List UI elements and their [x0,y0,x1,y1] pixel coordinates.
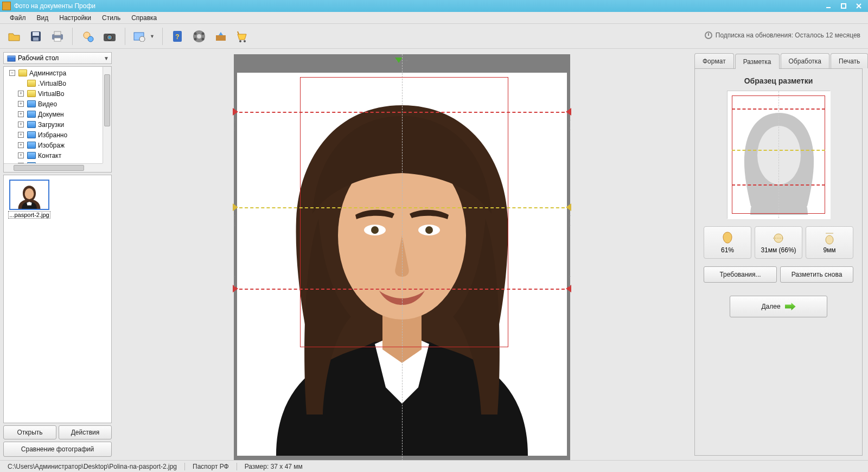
arrow-right-icon [785,303,796,310]
metric-top-margin: 9мм [806,226,853,259]
compare-button[interactable]: Сравнение фотографий [3,442,112,457]
status-preset: Паспорт РФ [185,463,237,470]
shop-button[interactable] [233,27,252,46]
markup-sample [727,91,830,219]
clock-icon [705,31,712,39]
tree-item[interactable]: +VirtualBo [5,88,110,99]
tab-format[interactable]: Формат [694,53,734,68]
menu-file[interactable]: Файл [4,14,31,22]
location-label: Рабочий стол [18,54,59,62]
menu-settings[interactable]: Настройки [54,14,97,22]
maximize-button[interactable] [837,2,851,10]
svg-point-26 [239,40,241,42]
tree-item[interactable]: +Докумен [5,109,110,119]
svg-point-23 [194,37,197,40]
location-combo[interactable]: Рабочий стол ▼ [3,52,112,64]
save-button[interactable] [26,27,46,46]
status-size: Размер: 37 x 47 мм [237,463,310,470]
svg-rect-29 [8,56,15,58]
folder-tree[interactable]: −Администра.VirtualBo+VirtualBo+Видео+До… [3,66,112,173]
svg-rect-6 [33,37,39,41]
tree-item[interactable]: +Контакт [5,150,110,161]
svg-rect-25 [216,35,226,41]
next-button[interactable]: Далее [730,296,827,317]
menubar: Файл Вид Настройки Стиль Справка [0,12,868,24]
tree-item[interactable]: −Администра [5,68,110,78]
status-bar: C:\Users\Администратор\Desktop\Polina-na… [0,460,868,472]
face-detect-button[interactable] [78,27,97,46]
actions-button[interactable]: Действия [59,425,112,439]
tab-process[interactable]: Обработка [781,53,830,68]
svg-point-11 [88,36,93,42]
svg-rect-1 [841,4,846,8]
metric-eye-position: 31мм (66%) [755,226,802,259]
open-folder-button[interactable] [4,27,24,46]
tab-markup[interactable]: Разметка [735,54,780,69]
canvas[interactable]: ←→ ←→ [234,54,570,460]
canvas-area: × ←→ ←→ [115,49,689,460]
close-button[interactable] [852,2,866,10]
app-icon [2,2,11,10]
thumbnail-image [10,181,48,209]
svg-rect-9 [54,38,61,41]
menu-help[interactable]: Справка [126,14,162,22]
tree-item[interactable]: +Избранно [5,130,110,140]
svg-rect-5 [33,32,39,36]
right-panel: Формат Разметка Обработка Печать Образец… [689,49,868,460]
svg-point-16 [139,36,145,42]
sidebar: Рабочий стол ▼ −Администра.VirtualBo+Vir… [0,49,115,460]
requirements-button[interactable]: Требования... [704,266,777,283]
svg-point-14 [108,36,111,39]
menu-view[interactable]: Вид [31,14,54,22]
tabs: Формат Разметка Обработка Печать [694,53,863,68]
sample-title: Образец разметки [744,76,813,85]
tree-item[interactable]: +Изображ [5,140,110,150]
svg-point-20 [197,34,201,39]
print-button[interactable] [48,27,67,46]
menu-style[interactable]: Стиль [97,14,126,22]
tree-item[interactable]: +Загрузки [5,119,110,130]
subscription-status: Подписка на обновления: Осталось 12 меся… [705,31,860,39]
svg-point-31 [25,188,34,199]
remark-button[interactable]: Разметить снова [780,266,853,283]
help-button[interactable]: ? [168,27,187,46]
svg-text:?: ? [175,33,179,41]
thumbnail-item[interactable]: ...pasport-2.jpg [8,180,50,219]
titlebar: Фото на документы Профи [0,0,868,12]
svg-point-27 [244,40,246,42]
camera-button[interactable] [100,27,120,46]
thumbnail-label: ...pasport-2.jpg [8,211,50,219]
minimize-button[interactable] [821,2,835,10]
tree-scrollbar-v[interactable] [103,67,111,163]
update-button[interactable] [211,27,231,46]
metrics: 61% 31мм (66%) 9мм [704,226,853,259]
metric-face-ratio: 61% [704,226,751,259]
tab-print[interactable]: Печать [831,53,868,68]
svg-point-43 [826,235,833,244]
status-path: C:\Users\Администратор\Desktop\Polina-na… [0,463,184,470]
svg-point-24 [202,37,205,40]
tree-item[interactable]: +Видео [5,99,110,109]
toolbar: ▼ ? Подписка на обновления: Осталось 12 … [0,24,868,49]
svg-point-22 [202,32,205,35]
tree-item[interactable]: .VirtualBo [5,78,110,88]
tutorial-button[interactable] [189,27,209,46]
tree-scrollbar-h[interactable] [4,163,103,172]
app-title: Фото на документы Профи [14,2,95,10]
open-button[interactable]: Открыть [3,425,56,439]
thumbnail-list: ...pasport-2.jpg [3,175,112,423]
view-mode-button[interactable]: ▼ [130,27,157,46]
svg-point-21 [194,32,197,35]
svg-rect-8 [54,31,61,35]
